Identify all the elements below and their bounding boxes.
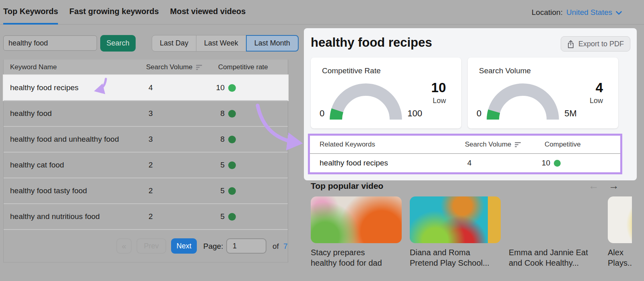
first-page-button[interactable]: « xyxy=(116,238,132,254)
cell-search-volume: 2 xyxy=(149,212,153,221)
column-search-volume[interactable]: Search Volume xyxy=(146,63,202,71)
time-filter-button[interactable]: Last Month xyxy=(246,35,299,52)
nav-tab[interactable]: Fast growing keywords xyxy=(69,0,159,25)
total-pages: 7 xyxy=(283,242,288,251)
table-row[interactable]: healthy food tasty food 2 5 xyxy=(4,178,288,203)
time-filter-button[interactable]: Last Week xyxy=(196,35,246,52)
cell-competitive-rate: 8 xyxy=(216,135,236,144)
cell-competitive-rate: 10 xyxy=(216,83,236,92)
next-page-button[interactable]: Next xyxy=(171,238,197,254)
cell-keyword: healthy food recipes xyxy=(320,159,388,167)
gauge-card: Competitive Rate 0 100 10 Low xyxy=(311,58,461,128)
gauge-level: Low xyxy=(431,97,446,105)
sort-icon[interactable] xyxy=(196,65,202,70)
video-title-line1: Alex xyxy=(608,247,632,258)
rate-dot-icon xyxy=(228,136,236,143)
cell-competitive-rate: 5 xyxy=(216,161,236,169)
gauge-chart xyxy=(328,82,403,120)
cell-keyword: healthy food recipes xyxy=(10,83,78,92)
export-icon xyxy=(567,40,574,48)
video-thumbnail[interactable] xyxy=(410,196,501,243)
video-card[interactable]: Stacy prepares healthy food for dad xyxy=(311,196,402,268)
cell-keyword: healthy cat food xyxy=(10,161,64,169)
related-table-body: healthy food recipes 4 10 xyxy=(310,154,620,172)
table-row[interactable]: healthy and nutritious food 2 5 xyxy=(4,203,288,229)
location-selector[interactable]: Location: United States xyxy=(532,0,622,25)
keywords-table-header: Keyword Name Search Volume Competitive r… xyxy=(4,60,288,75)
cell-competitive-rate: 5 xyxy=(216,212,236,221)
pagination: « Prev Next Page: of 7 xyxy=(4,229,288,262)
cell-search-volume: 2 xyxy=(149,161,153,169)
video-thumbnail[interactable] xyxy=(608,196,632,243)
page-number-input[interactable] xyxy=(226,238,266,254)
gauge-max-label: 5M xyxy=(564,108,577,120)
video-thumbnail[interactable] xyxy=(509,196,600,243)
app-screen: Top Keywords Fast growing keywords Most … xyxy=(0,0,644,281)
search-button[interactable]: Search xyxy=(100,35,136,52)
sort-icon[interactable] xyxy=(515,142,521,147)
search-input[interactable] xyxy=(3,35,97,51)
cell-search-volume: 4 xyxy=(149,83,153,92)
column-competitive-rate: Competitive rate xyxy=(218,63,268,71)
rate-dot-icon xyxy=(228,110,236,118)
cell-search-volume: 4 xyxy=(467,159,472,167)
rate-dot-icon xyxy=(554,160,561,167)
time-filter-button[interactable]: Last Day xyxy=(152,35,196,52)
column-search-volume[interactable]: Search Volume xyxy=(465,140,521,149)
cell-search-volume: 3 xyxy=(149,135,153,144)
cell-competitive-rate: 5 xyxy=(216,186,236,195)
column-competitive: Competitive xyxy=(545,140,581,149)
keywords-table: Keyword Name Search Volume Competitive r… xyxy=(3,60,288,262)
gauge-min-label: 0 xyxy=(320,108,324,120)
cell-keyword: healthy and nutritious food xyxy=(10,212,100,221)
video-title-line2: healthy food for dad xyxy=(311,258,402,268)
video-title-line1: Stacy prepares xyxy=(311,247,402,258)
page-title: healthy food recipes xyxy=(311,35,432,50)
video-thumbnail[interactable] xyxy=(311,196,402,243)
top-popular-video-section: Top popular video ← → Stacy prepares hea… xyxy=(304,180,632,281)
related-table-header: Related Keywords Search Volume Competiti… xyxy=(310,136,620,154)
rate-dot-icon xyxy=(228,187,236,195)
prev-page-button[interactable]: Prev xyxy=(136,238,166,254)
video-cards: Stacy prepares healthy food for dad Dian… xyxy=(311,196,632,268)
table-row[interactable]: healthy food and unhealthy food 3 8 xyxy=(4,126,288,152)
nav-tabs: Top Keywords Fast growing keywords Most … xyxy=(3,0,246,25)
page-of-label: of xyxy=(272,242,279,251)
chevron-down-icon xyxy=(616,11,622,15)
gauge-title: Search Volume xyxy=(479,66,531,75)
page-label: Page: xyxy=(203,242,223,251)
cell-keyword: healthy food xyxy=(10,109,52,118)
video-title-line2: Pretend Play School... xyxy=(410,258,501,268)
video-title-line2: and Cook Healthy... xyxy=(509,258,600,268)
gauge-level: Low xyxy=(590,97,603,105)
export-to-pdf-button[interactable]: Export to PDF xyxy=(561,36,630,52)
gauge-min-label: 0 xyxy=(477,108,481,120)
carousel-next-icon[interactable]: → xyxy=(609,180,619,192)
keywords-table-body: healthy food recipes 4 10 healthy food 3… xyxy=(4,75,288,229)
video-card[interactable]: Diana and Roma Pretend Play School... xyxy=(410,196,501,268)
cell-keyword: healthy food tasty food xyxy=(10,186,87,195)
table-row[interactable]: healthy food 3 8 xyxy=(4,100,288,126)
gauge-max-label: 100 xyxy=(407,108,422,120)
cell-competitive: 10 xyxy=(541,159,561,167)
video-card[interactable]: Emma and Jannie Eat and Cook Healthy... xyxy=(509,196,600,268)
nav-tab[interactable]: Top Keywords xyxy=(3,0,58,25)
rate-dot-icon xyxy=(228,161,236,169)
video-card[interactable]: Alex Plays... xyxy=(608,196,632,268)
location-label: Location: xyxy=(532,8,563,17)
column-related-keywords: Related Keywords xyxy=(320,140,375,149)
location-value[interactable]: United States xyxy=(566,8,612,17)
gauge-cards: Competitive Rate 0 100 10 Low xyxy=(311,58,618,128)
table-row[interactable]: healthy cat food 2 5 xyxy=(4,152,288,178)
carousel-prev-icon[interactable]: ← xyxy=(588,180,599,192)
section-title: Top popular video xyxy=(311,181,383,191)
table-row[interactable]: healthy food recipes 4 10 xyxy=(310,154,620,172)
gauge-card: Search Volume 0 5M 4 Low xyxy=(468,58,618,128)
cell-search-volume: 3 xyxy=(149,109,153,118)
gauge-title: Competitive Rate xyxy=(322,66,381,75)
video-title-line1: Diana and Roma xyxy=(410,247,501,258)
column-keyword-name: Keyword Name xyxy=(10,63,57,71)
rate-dot-icon xyxy=(228,213,236,221)
table-row[interactable]: healthy food recipes 4 10 xyxy=(4,75,288,100)
nav-tab[interactable]: Most viewed videos xyxy=(170,0,246,25)
